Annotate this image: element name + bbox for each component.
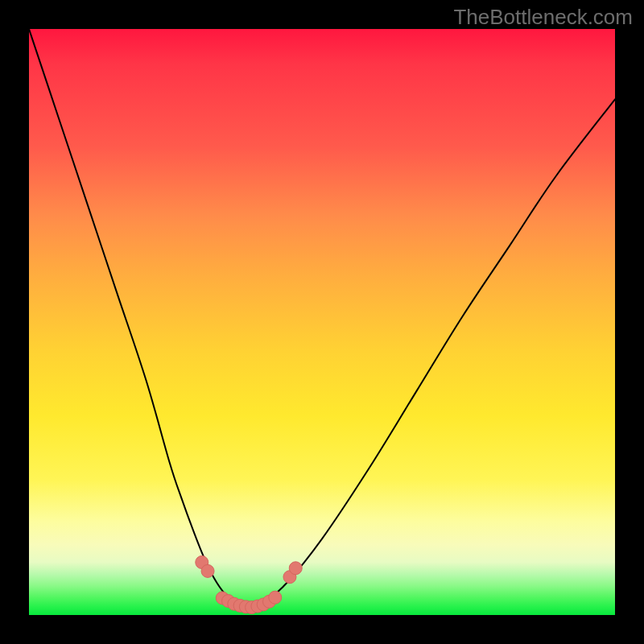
curve-marker — [201, 564, 214, 577]
plot-area — [29, 29, 615, 615]
curve-marker — [228, 597, 241, 610]
curve-marker — [196, 555, 208, 568]
curve-marker — [222, 595, 235, 608]
curve-marker — [262, 595, 275, 608]
curve-marker — [233, 599, 246, 612]
chart-stage: TheBottleneck.com — [0, 0, 644, 644]
curve-layer — [29, 29, 615, 615]
curve-marker — [216, 592, 229, 605]
curve-marker — [283, 571, 296, 584]
curve-marker — [257, 598, 270, 611]
curve-marker — [251, 600, 264, 613]
curve-markers — [196, 555, 302, 613]
watermark-text: TheBottleneck.com — [453, 5, 633, 30]
curve-marker — [289, 562, 302, 575]
curve-marker — [239, 601, 252, 613]
bottleneck-curve — [29, 29, 615, 608]
curve-marker — [246, 601, 258, 614]
curve-marker — [269, 591, 282, 604]
